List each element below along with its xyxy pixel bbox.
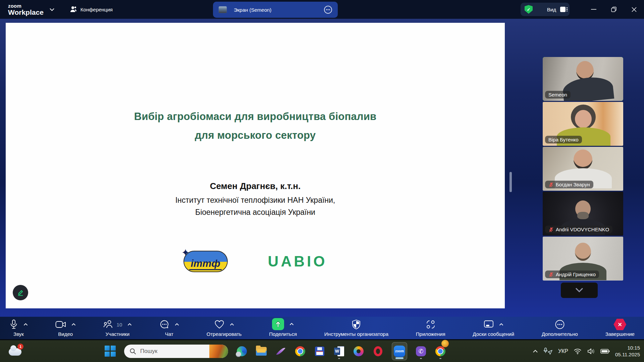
end-meeting-label: Завершение [605, 331, 635, 337]
clock-time: 10:15 [615, 345, 640, 351]
host-tools-shield-icon [352, 319, 361, 329]
tab-screen-label: Экран (Semeon) [234, 7, 271, 13]
battery-icon[interactable] [600, 349, 610, 354]
chat-icon [159, 320, 169, 329]
participant-name: Андрій Грищенко [556, 272, 596, 277]
tab-screen-share[interactable]: Экран (Semeon) [213, 2, 338, 18]
participant-name-tag: Андрій Грищенко [545, 270, 599, 278]
language-indicator[interactable]: УКР [558, 348, 568, 354]
audio-options-chevron-icon[interactable] [23, 323, 28, 326]
window-controls [584, 0, 644, 19]
tab-meeting[interactable]: Конференция [64, 0, 119, 19]
participants-icon [103, 320, 113, 329]
tray-expand-chevron-icon[interactable] [533, 350, 538, 353]
window-titlebar: zoom Workplace Конференция Экран (Semeon… [0, 0, 644, 19]
taskbar-search-box[interactable]: Пошук [124, 345, 228, 358]
whiteboard-icon [484, 320, 494, 329]
wifi-icon[interactable] [574, 348, 582, 354]
slide-logos: ✦ іттф UABIO [6, 251, 505, 272]
running-indicator [439, 358, 441, 359]
share-screen-icon [272, 318, 284, 330]
chat-options-chevron-icon[interactable] [175, 323, 179, 326]
participant-tile[interactable]: Андрій Грищенко [543, 237, 623, 281]
participant-tile[interactable]: Віра Бутенко [543, 102, 623, 146]
view-menu-button[interactable]: ✓ Вид [521, 3, 570, 16]
participant-name-tag: Semeon [545, 91, 571, 99]
volume-icon[interactable] [587, 348, 595, 355]
zoom-workplace-logo: zoom Workplace [8, 3, 44, 16]
windows-taskbar: 1 Пошук W [0, 340, 644, 362]
chat-button[interactable]: Чат [159, 317, 180, 339]
slide-affiliation-line1: Інститут технічної теплофізики НАН Украї… [6, 196, 505, 205]
video-button[interactable]: Видео [55, 317, 76, 339]
apps-button[interactable]: Приложения [415, 317, 446, 339]
microphone-icon [9, 319, 18, 329]
taskbar-app-file-explorer[interactable] [256, 343, 267, 359]
active-app-indicator [395, 357, 404, 359]
search-placeholder: Пошук [140, 348, 157, 355]
tab-more-options-icon[interactable] [324, 5, 332, 14]
view-label: Вид [537, 7, 556, 12]
taskbar-app-viber[interactable]: ✆ [415, 343, 427, 359]
search-highlight-image[interactable] [209, 345, 228, 358]
whiteboards-button[interactable]: Доски сообщений [472, 317, 515, 339]
host-tools-button[interactable]: Инструменты организатора [324, 317, 389, 339]
slide-speaker: Семен Драгнєв, к.т.н. [6, 181, 505, 191]
minimize-button[interactable] [584, 0, 604, 19]
taskbar-app-word[interactable]: W [333, 343, 345, 359]
windows-logo-icon [105, 346, 116, 357]
video-label: Видео [58, 331, 73, 337]
search-icon [129, 348, 136, 355]
taskbar-app-zoom-active[interactable]: zoom [392, 342, 407, 360]
file-explorer-icon [256, 347, 267, 356]
more-button[interactable]: Дополнительно [541, 317, 579, 339]
participants-options-chevron-icon[interactable] [127, 323, 132, 326]
scroll-participants-down-button[interactable] [561, 283, 598, 298]
participant-name: Semeon [548, 92, 567, 98]
slide-title-line2: для морського сектору [6, 129, 505, 141]
mic-off-icon [548, 182, 554, 187]
participants-button[interactable]: 10 Участники [103, 317, 133, 339]
taskbar-app-floppy[interactable] [314, 343, 325, 359]
host-tools-label: Инструменты организатора [324, 331, 388, 337]
viber-icon: ✆ [416, 346, 426, 356]
share-options-chevron-icon[interactable] [289, 323, 294, 325]
edge-icon [237, 346, 247, 356]
restore-button[interactable] [604, 0, 624, 19]
react-button[interactable]: Отреагировать [206, 317, 243, 339]
participant-name: Богдан Зварун [556, 182, 590, 187]
taskbar-weather-widget[interactable]: 1 [8, 344, 23, 358]
participants-label: Участники [106, 331, 130, 337]
participant-tile[interactable]: Andrii VDOVYCHENKO [543, 192, 623, 236]
apps-icon [426, 320, 435, 329]
react-options-chevron-icon[interactable] [230, 323, 234, 326]
close-button[interactable] [624, 0, 644, 19]
share-button[interactable]: Поделиться [268, 317, 298, 339]
video-options-chevron-icon[interactable] [71, 323, 76, 326]
more-ellipsis-icon [555, 319, 565, 329]
taskbar-clock[interactable]: 10:15 05.11.2025 [615, 345, 640, 358]
zoom-workplace-window: zoom Workplace Конференция Экран (Semeon… [0, 0, 644, 362]
mic-in-use-icon[interactable] [543, 348, 553, 355]
people-icon [70, 6, 77, 13]
running-indicator [420, 358, 422, 359]
whiteboards-options-chevron-icon[interactable] [499, 323, 503, 326]
system-tray: УКР 10:15 05.11.2025 [533, 340, 640, 362]
uabio-logo: UABIO [268, 253, 327, 270]
vertical-scrollbar-thumb[interactable] [509, 172, 512, 192]
taskbar-app-chrome[interactable] [294, 343, 306, 359]
taskbar-app-chrome-profile[interactable] [435, 343, 446, 359]
taskbar-app-copilot[interactable] [353, 343, 364, 359]
taskbar-app-opera[interactable] [372, 343, 384, 359]
participant-tile[interactable]: Богдан Зварун [543, 147, 623, 191]
participant-tile[interactable]: Semeon [543, 57, 623, 101]
end-meeting-button[interactable]: ✕ Завершение [605, 317, 635, 339]
taskbar-app-feather[interactable] [275, 343, 286, 359]
start-button[interactable] [105, 343, 116, 359]
annotate-button[interactable] [13, 285, 28, 300]
workspace-chevron-down-icon[interactable] [50, 8, 54, 11]
audio-button[interactable]: Звук [9, 317, 29, 339]
chrome-icon [435, 346, 445, 356]
meeting-main-area: Вибір агробіомаси для виробництва біопал… [0, 19, 644, 317]
taskbar-app-edge[interactable] [236, 343, 248, 359]
